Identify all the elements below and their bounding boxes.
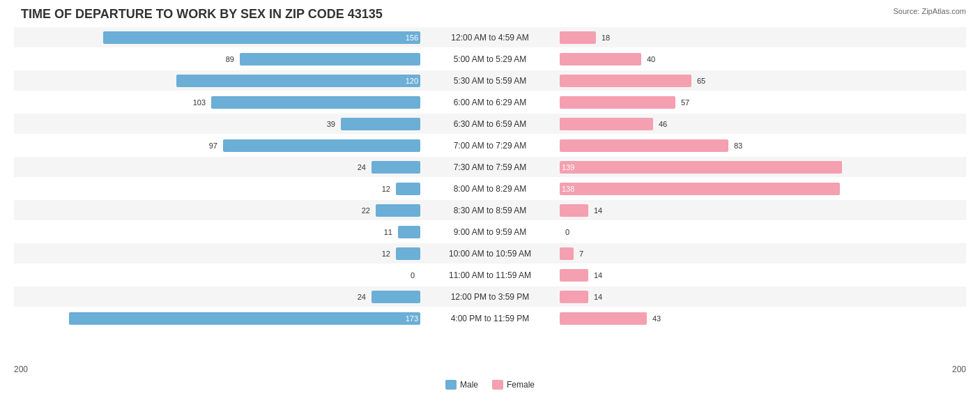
male-value: 12 (382, 250, 390, 258)
time-label: 12:00 AM to 4:59 AM (420, 33, 560, 43)
male-section: 0 (14, 265, 420, 285)
male-value: 24 (358, 293, 366, 301)
male-value: 22 (362, 206, 370, 215)
female-value: 7 (579, 250, 583, 258)
male-bar (211, 96, 420, 109)
male-section: 103 (14, 92, 420, 112)
female-section: 14 (560, 265, 966, 285)
male-bar: 156 (103, 31, 420, 44)
female-value: 14 (594, 293, 602, 301)
male-section: 12 (14, 243, 420, 263)
male-section: 11 (14, 222, 420, 242)
chart-container: TIME OF DEPARTURE TO WORK BY SEX IN ZIP … (0, 0, 980, 414)
female-bar (560, 75, 691, 87)
chart-title: TIME OF DEPARTURE TO WORK BY SEX IN ZIP … (14, 7, 966, 22)
time-label: 11:00 AM to 11:59 AM (420, 270, 560, 280)
male-bar: 173 (69, 312, 420, 325)
male-bar: 120 (176, 75, 420, 87)
time-label: 8:00 AM to 8:29 AM (420, 184, 560, 194)
female-section: 14 (560, 200, 966, 220)
male-bar (398, 226, 420, 238)
female-bar (560, 118, 653, 130)
legend-female-box (492, 380, 503, 390)
time-label: 7:30 AM to 7:59 AM (420, 162, 560, 172)
source-text: Source: ZipAtlas.com (893, 7, 966, 15)
time-label: 7:00 AM to 7:29 AM (420, 141, 560, 151)
female-bar (560, 53, 641, 66)
legend-female: Female (492, 380, 535, 390)
male-section: 39 (14, 114, 420, 134)
male-bar (376, 204, 420, 217)
chart-row: 228:30 AM to 8:59 AM14 (14, 200, 966, 220)
male-value: 24 (358, 163, 366, 171)
chart-row: 011:00 AM to 11:59 AM14 (14, 265, 966, 285)
female-value: 0 (565, 228, 569, 236)
male-value: 12 (382, 185, 390, 193)
axis-labels: 200 200 (14, 362, 966, 377)
female-section: 83 (560, 135, 966, 155)
chart-row: 1205:30 AM to 5:59 AM65 (14, 70, 966, 91)
time-label: 8:30 AM to 8:59 AM (420, 206, 560, 215)
legend: Male Female (14, 380, 966, 390)
chart-row: 895:00 AM to 5:29 AM40 (14, 49, 966, 69)
female-value: 40 (647, 55, 655, 63)
female-bar (560, 31, 596, 44)
time-label: 4:00 PM to 11:59 PM (420, 314, 560, 323)
chart-row: 2412:00 PM to 3:59 PM14 (14, 286, 966, 307)
female-bar (560, 269, 588, 282)
time-label: 12:00 PM to 3:59 PM (420, 292, 560, 302)
axis-left: 200 (14, 365, 167, 374)
male-section: 97 (14, 135, 420, 155)
legend-male-label: Male (460, 380, 478, 390)
male-section: 89 (14, 49, 420, 69)
male-section: 22 (14, 200, 420, 220)
legend-female-label: Female (507, 380, 535, 390)
male-bar (396, 183, 420, 195)
female-section: 0 (560, 222, 966, 242)
male-bar (223, 139, 420, 152)
female-value: 14 (594, 271, 602, 279)
axis-right: 200 (813, 365, 966, 374)
female-section: 65 (560, 70, 966, 91)
time-label: 6:30 AM to 6:59 AM (420, 119, 560, 129)
time-label: 6:00 AM to 6:29 AM (420, 98, 560, 107)
female-section: 18 (560, 27, 966, 47)
female-bar (560, 139, 728, 152)
legend-male: Male (445, 380, 478, 390)
female-value: 57 (681, 98, 689, 107)
male-value-inside: 120 (404, 77, 420, 85)
male-value: 39 (327, 120, 335, 128)
female-value: 65 (697, 77, 705, 85)
male-value: 97 (209, 141, 217, 150)
female-bar: 139 (560, 161, 842, 174)
male-value: 103 (193, 98, 206, 107)
female-section: 57 (560, 92, 966, 112)
chart-row: 1210:00 AM to 10:59 AM7 (14, 243, 966, 263)
female-bar (560, 96, 675, 109)
chart-row: 977:00 AM to 7:29 AM83 (14, 135, 966, 155)
male-value-inside: 173 (404, 314, 420, 323)
female-section: 7 (560, 243, 966, 263)
chart-row: 128:00 AM to 8:29 AM138 (14, 178, 966, 199)
male-section: 12 (14, 178, 420, 199)
female-section: 43 (560, 308, 966, 328)
male-section: 24 (14, 157, 420, 177)
chart-row: 119:00 AM to 9:59 AM0 (14, 222, 966, 242)
chart-row: 1734:00 PM to 11:59 PM43 (14, 308, 966, 328)
female-section: 46 (560, 114, 966, 134)
male-bar (372, 161, 420, 174)
male-bar (396, 247, 420, 260)
time-label: 9:00 AM to 9:59 AM (420, 227, 560, 237)
female-value: 18 (602, 33, 610, 42)
time-label: 5:00 AM to 5:29 AM (420, 54, 560, 64)
chart-row: 396:30 AM to 6:59 AM46 (14, 114, 966, 134)
female-section: 40 (560, 49, 966, 69)
male-bar (372, 291, 420, 303)
female-value: 43 (652, 314, 661, 323)
female-bar (560, 291, 588, 303)
male-bar (240, 53, 420, 66)
male-value: 11 (384, 228, 392, 236)
male-value: 0 (411, 271, 415, 279)
time-label: 5:30 AM to 5:59 AM (420, 76, 560, 86)
male-section: 120 (14, 70, 420, 91)
